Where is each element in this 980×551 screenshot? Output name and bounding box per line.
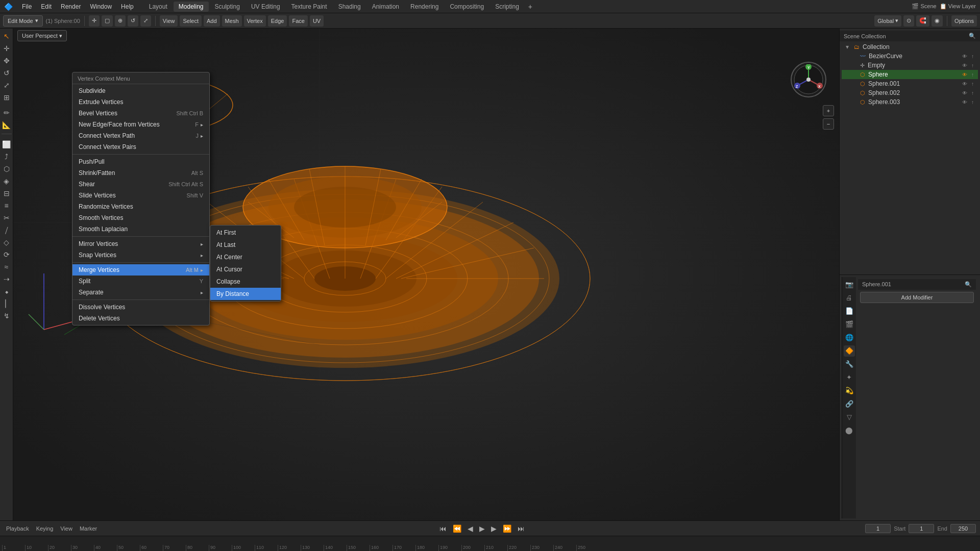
sphere001-sel-icon[interactable]: ↑ — [971, 81, 974, 87]
tab-texture-paint[interactable]: Texture Paint — [286, 2, 332, 12]
scale-tool-icon2[interactable]: ⤢ — [1, 80, 12, 91]
submenu-collapse[interactable]: Collapse — [210, 276, 281, 288]
transform-pivot[interactable]: ⊙ — [903, 15, 914, 27]
zoom-in-btn[interactable]: + — [823, 105, 834, 116]
prev-keyframe-btn[interactable]: ◀ — [465, 523, 475, 534]
navigation-gizmo[interactable]: Y X Z — [788, 59, 829, 100]
spin-icon[interactable]: ⟳ — [1, 249, 12, 260]
bisect-icon[interactable]: ⧸ — [1, 224, 12, 236]
empty-vis-icon[interactable]: 👁 — [962, 63, 967, 68]
menu-item-split[interactable]: Split Y — [72, 276, 209, 287]
extrude-icon[interactable]: ⤴ — [1, 151, 12, 162]
global-dropdown[interactable]: Global▾ — [874, 15, 901, 27]
menu-item-connect-pairs[interactable]: Connect Vertex Pairs — [72, 141, 209, 153]
outliner-item-collection[interactable]: ▾ 🗂 Collection — [842, 42, 978, 52]
menu-item-shear[interactable]: Shear Shift Ctrl Alt S — [72, 179, 209, 190]
menu-window[interactable]: Window — [86, 2, 116, 11]
move-tool-icon[interactable]: ✥ — [1, 55, 12, 66]
menu-help[interactable]: Help — [117, 2, 138, 11]
sphere001-vis-icon[interactable]: 👁 — [962, 81, 967, 87]
output-prop-icon[interactable]: 🖨 — [844, 292, 855, 304]
data-prop-icon[interactable]: ▽ — [844, 412, 855, 423]
modifier-prop-icon[interactable]: 🔧 — [844, 359, 855, 370]
particles-prop-icon[interactable]: ✦ — [844, 372, 855, 383]
sphere003-vis-icon[interactable]: 👁 — [962, 99, 967, 105]
select-tool-icon[interactable]: ↖ — [1, 31, 12, 42]
menu-item-snap[interactable]: Snap Vertices ▸ — [72, 249, 209, 261]
play-btn[interactable]: ▶ — [477, 523, 487, 534]
bezier-vis-icon[interactable]: 👁 — [962, 54, 967, 59]
prop-search-icon[interactable]: 🔍 — [965, 281, 972, 288]
view-timeline-btn[interactable]: View — [58, 524, 75, 533]
menu-item-extrude[interactable]: Extrude Vertices — [72, 96, 209, 108]
sphere002-vis-icon[interactable]: 👁 — [962, 90, 967, 96]
add-workspace-button[interactable]: + — [525, 2, 535, 12]
menu-item-delete[interactable]: Delete Vertices — [72, 313, 209, 324]
next-keyframe-btn[interactable]: ▶ — [489, 523, 499, 534]
tab-uv-editing[interactable]: UV Editing — [246, 2, 285, 12]
add-menu-btn[interactable]: Add — [204, 15, 220, 27]
tab-scripting[interactable]: Scripting — [490, 2, 524, 12]
mesh-menu-btn[interactable]: Mesh — [222, 15, 242, 27]
jump-end-btn[interactable]: ⏭ — [516, 523, 527, 534]
inset-icon[interactable]: ⬡ — [1, 163, 12, 174]
menu-item-smooth[interactable]: Smooth Vertices — [72, 212, 209, 223]
shear-icon[interactable]: ⎢ — [1, 298, 12, 309]
submenu-at-center[interactable]: At Center — [210, 251, 281, 263]
material-prop-icon[interactable]: ⬤ — [844, 425, 855, 436]
outliner-item-sphere001[interactable]: ⬡ Sphere.001 👁 ↑ — [842, 79, 978, 88]
snapping-btn[interactable]: 🧲 — [916, 15, 929, 27]
menu-item-push-pull[interactable]: Push/Pull — [72, 156, 209, 167]
outliner-item-sphere[interactable]: ⬡ Sphere 👁 ↑ — [842, 70, 978, 79]
start-frame-input[interactable] — [909, 524, 934, 533]
playback-label[interactable]: Playback — [4, 524, 31, 533]
filter-icon[interactable]: 🔍 — [969, 33, 976, 39]
transform-tool-icon[interactable]: ⊞ — [1, 92, 12, 103]
current-frame-input[interactable] — [865, 524, 891, 533]
vertex-menu-btn[interactable]: Vertex — [244, 15, 266, 27]
menu-file[interactable]: File — [18, 2, 36, 11]
bevel-icon[interactable]: ◈ — [1, 176, 12, 187]
rotate-tool-icon2[interactable]: ↺ — [1, 67, 12, 79]
constraints-prop-icon[interactable]: 🔗 — [844, 398, 855, 410]
sphere002-sel-icon[interactable]: ↑ — [971, 90, 974, 96]
sphere-vis-icon[interactable]: 👁 — [962, 72, 967, 78]
tab-modeling[interactable]: Modeling — [174, 2, 209, 12]
world-prop-icon[interactable]: 🌐 — [844, 332, 855, 343]
object-prop-icon[interactable]: 🔶 — [844, 345, 855, 357]
tab-rendering[interactable]: Rendering — [405, 2, 444, 12]
jump-start-btn[interactable]: ⏮ — [437, 523, 449, 534]
move-tool[interactable]: ⊕ — [115, 15, 126, 27]
render-prop-icon[interactable]: 📷 — [844, 279, 855, 290]
perspective-toggle[interactable]: User Perspect ▾ — [17, 30, 67, 41]
submenu-by-distance[interactable]: By Distance — [210, 288, 281, 300]
edit-mode-dropdown[interactable]: Edit Mode ▾ — [3, 15, 43, 27]
bezier-select-icon[interactable]: ↑ — [971, 54, 974, 59]
uv-menu-btn[interactable]: UV — [310, 15, 324, 27]
menu-item-mirror[interactable]: Mirror Vertices ▸ — [72, 238, 209, 249]
offset-edge-icon[interactable]: ≡ — [1, 200, 12, 211]
marker-btn[interactable]: Marker — [78, 524, 99, 533]
outliner-item-empty[interactable]: ✛ Empty 👁 ↑ — [842, 61, 978, 70]
tab-layout[interactable]: Layout — [144, 2, 173, 12]
zoom-out-btn[interactable]: − — [823, 118, 834, 130]
menu-edit[interactable]: Edit — [37, 2, 56, 11]
menu-item-separate[interactable]: Separate ▸ — [72, 287, 209, 298]
end-frame-input[interactable] — [950, 524, 976, 533]
annotate-tool-icon[interactable]: ✏ — [1, 107, 12, 118]
measure-tool-icon[interactable]: 📐 — [1, 119, 12, 131]
timeline-ruler[interactable]: 1 10 20 30 40 50 60 70 80 90 100 110 120… — [0, 536, 980, 551]
menu-item-smooth-laplacian[interactable]: Smooth Laplacian — [72, 223, 209, 235]
submenu-at-cursor[interactable]: At Cursor — [210, 263, 281, 276]
tab-compositing[interactable]: Compositing — [445, 2, 489, 12]
physics-prop-icon[interactable]: 💫 — [844, 385, 855, 396]
proportional-btn[interactable]: ◉ — [932, 15, 943, 27]
add-modifier-button[interactable]: Add Modifier — [860, 292, 974, 303]
menu-item-new-edge-face[interactable]: New Edge/Face from Vertices F ▸ — [72, 119, 209, 130]
menu-render[interactable]: Render — [57, 2, 85, 11]
menu-item-slide[interactable]: Slide Vertices Shift V — [72, 190, 209, 201]
view-menu-btn[interactable]: View — [160, 15, 178, 27]
view-layer-prop-icon[interactable]: 📄 — [844, 306, 855, 317]
menu-item-dissolve[interactable]: Dissolve Vertices — [72, 302, 209, 313]
menu-item-shrink[interactable]: Shrink/Fatten Alt S — [72, 167, 209, 179]
